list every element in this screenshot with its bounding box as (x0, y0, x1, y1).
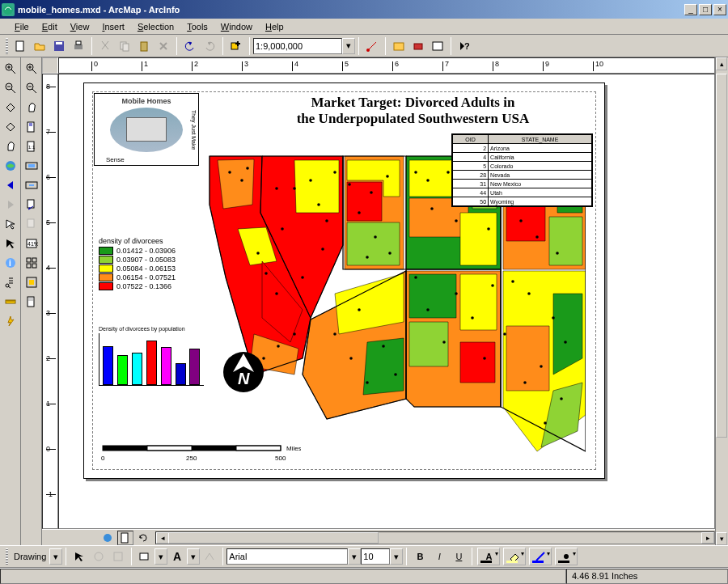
scale-dropdown-button[interactable]: ▾ (342, 38, 355, 54)
vscroll-up-arrow[interactable]: ▴ (716, 57, 727, 70)
maximize-button[interactable]: □ (699, 4, 712, 15)
save-button[interactable] (50, 37, 68, 55)
marker-color-button[interactable]: ▾ (555, 548, 578, 565)
zoom-whole-page-icon[interactable] (23, 118, 40, 136)
menu-view[interactable]: View (64, 20, 96, 33)
toolbar-grip[interactable] (6, 38, 8, 54)
paste-button[interactable] (135, 37, 153, 55)
arctoolbox-button[interactable] (409, 37, 427, 55)
legend[interactable]: density of divorcees 0.01412 - 0.039060.… (99, 237, 204, 291)
table-row[interactable]: 4California (453, 153, 592, 162)
text-dropdown[interactable]: ▾ (187, 548, 200, 565)
font-color-button[interactable]: A▾ (477, 548, 500, 565)
layout-previous-extent-icon[interactable] (23, 196, 40, 214)
full-extent-icon[interactable] (2, 157, 19, 175)
add-data-button[interactable] (227, 37, 245, 55)
measure-icon[interactable] (2, 293, 19, 311)
previous-extent-icon[interactable] (2, 176, 19, 194)
map-page[interactable]: Mobile Homes They Just Make Sense Market… (83, 83, 605, 479)
shape-dropdown[interactable]: ▾ (154, 548, 167, 565)
vscroll-down-arrow[interactable]: ▾ (716, 532, 727, 545)
vertical-scrollbar[interactable]: ▴ ▾ (715, 57, 728, 545)
hyperlink-icon[interactable] (2, 312, 19, 330)
font-size-select[interactable] (361, 548, 390, 565)
pan-icon[interactable] (2, 138, 19, 155)
table-row[interactable]: 31New Mexico (453, 180, 592, 188)
new-text-button[interactable]: A (168, 548, 186, 565)
hscroll-right-arrow[interactable]: ▸ (701, 532, 714, 544)
layout-pan-icon[interactable] (23, 99, 40, 116)
redo-button[interactable] (201, 37, 218, 55)
logo-frame[interactable]: Mobile Homes They Just Make Sense (94, 93, 199, 166)
horizontal-ruler[interactable]: 012345678910 (58, 57, 715, 74)
select-elements-cursor-icon[interactable] (70, 548, 88, 565)
menu-window[interactable]: Window (214, 20, 259, 33)
layout-view-button[interactable] (117, 531, 133, 545)
zoom-in-icon[interactable] (2, 60, 19, 78)
editor-toolbar-button[interactable] (363, 37, 381, 55)
map-scale-input[interactable] (253, 38, 342, 54)
font-select[interactable] (226, 548, 348, 565)
refresh-button[interactable] (135, 531, 151, 545)
print-button[interactable] (70, 37, 87, 55)
drawing-menu-dropdown[interactable]: ▾ (49, 548, 62, 565)
layout-canvas[interactable]: Mobile Homes They Just Make Sense Market… (58, 74, 715, 529)
focus-data-frame-icon[interactable] (23, 273, 40, 291)
vertical-ruler[interactable]: 876543210-1 (42, 74, 58, 529)
command-line-button[interactable] (429, 37, 447, 55)
layout-zoom-out-icon[interactable] (23, 79, 40, 97)
new-document-button[interactable] (11, 37, 29, 55)
hscroll-thumb[interactable] (168, 532, 379, 544)
zoom-to-selected-icon[interactable] (109, 548, 127, 565)
table-row[interactable]: 28Nevada (453, 171, 592, 180)
fixed-zoom-out-icon[interactable] (2, 118, 19, 136)
toolbar-grip[interactable] (6, 548, 8, 565)
menu-selection[interactable]: Selection (131, 20, 180, 33)
table-row[interactable]: 2Arizona (453, 144, 592, 153)
menu-help[interactable]: Help (259, 20, 290, 33)
layout-next-extent-icon[interactable] (23, 215, 40, 233)
bold-button[interactable]: B (411, 548, 429, 565)
cut-button[interactable] (96, 37, 114, 55)
table-row[interactable]: 5Colorado (453, 162, 592, 171)
north-arrow[interactable]: N (222, 350, 266, 395)
zoom-percent-icon[interactable]: 41% (23, 235, 40, 252)
edit-vertices-icon[interactable] (201, 548, 218, 565)
select-elements-icon[interactable] (2, 235, 19, 252)
find-icon[interactable] (2, 273, 19, 291)
layout-fixed-zoom-in-icon[interactable] (23, 157, 40, 175)
layout-zoom-in-icon[interactable] (23, 60, 40, 78)
identify-icon[interactable]: i (2, 254, 19, 272)
vscroll-thumb[interactable] (716, 74, 727, 438)
menu-edit[interactable]: Edit (36, 20, 64, 33)
fixed-zoom-in-icon[interactable] (2, 99, 19, 116)
data-view-button[interactable] (99, 531, 116, 545)
scale-bar[interactable]: 0 250 500 Miles (99, 442, 301, 462)
zoom-out-icon[interactable] (2, 79, 19, 97)
italic-button[interactable]: I (430, 548, 448, 565)
table-row[interactable]: 44Utah (453, 188, 592, 197)
menu-file[interactable]: File (8, 20, 36, 33)
next-extent-icon[interactable] (2, 196, 19, 214)
whats-this-button[interactable]: ? (455, 37, 473, 55)
table-row[interactable]: 50Wyoming (453, 197, 592, 206)
horizontal-scrollbar[interactable]: ◂ ▸ (155, 531, 715, 544)
menu-insert[interactable]: Insert (95, 20, 131, 33)
copy-button[interactable] (116, 37, 133, 55)
underline-button[interactable]: U (450, 548, 468, 565)
menu-tools[interactable]: Tools (180, 20, 214, 33)
zoom-100-icon[interactable]: 1:1 (23, 138, 40, 155)
layout-fixed-zoom-out-icon[interactable] (23, 176, 40, 194)
close-button[interactable]: × (713, 4, 726, 15)
size-dropdown[interactable]: ▾ (390, 548, 403, 565)
open-button[interactable] (31, 37, 49, 55)
rotate-icon[interactable] (90, 548, 108, 565)
line-color-button[interactable]: ▾ (529, 548, 552, 565)
hscroll-left-arrow[interactable]: ◂ (156, 532, 169, 544)
change-layout-icon[interactable] (23, 293, 40, 311)
new-rectangle-button[interactable] (136, 548, 154, 565)
map-title[interactable]: Market Target: Divorced Adults in the Un… (230, 95, 596, 127)
arccatalog-button[interactable] (390, 37, 408, 55)
fill-color-button[interactable]: ▾ (503, 548, 526, 565)
undo-button[interactable] (181, 37, 199, 55)
